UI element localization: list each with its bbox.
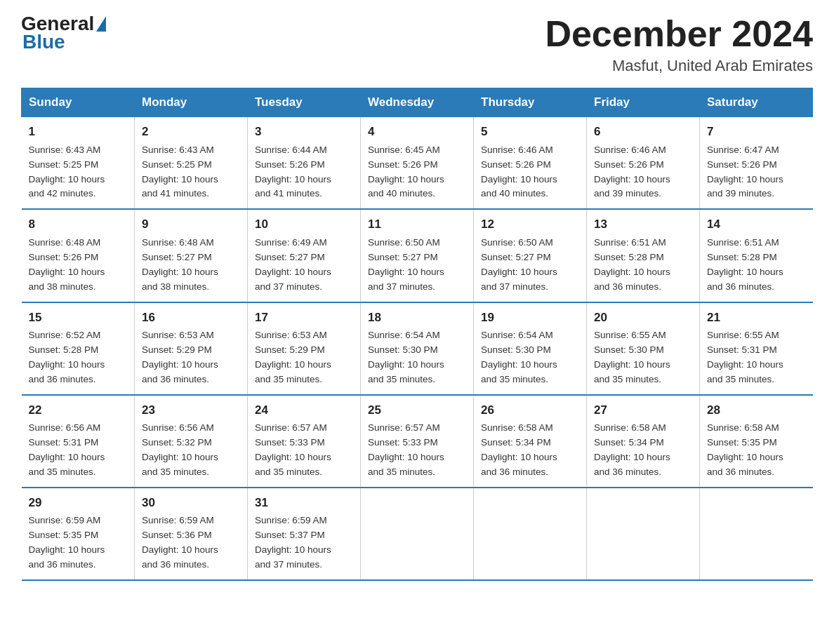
col-saturday: Saturday <box>700 88 813 117</box>
day-info: Sunrise: 6:45 AM Sunset: 5:26 PM Dayligh… <box>368 143 466 202</box>
page-header: General Blue December 2024 Masfut, Unite… <box>21 14 813 75</box>
day-number: 5 <box>481 123 579 141</box>
cell-week2-day3: 11Sunrise: 6:50 AM Sunset: 5:27 PM Dayli… <box>361 209 474 302</box>
logo: General Blue <box>21 14 106 53</box>
day-info: Sunrise: 6:58 AM Sunset: 5:35 PM Dayligh… <box>707 421 806 480</box>
cell-week3-day4: 19Sunrise: 6:54 AM Sunset: 5:30 PM Dayli… <box>474 302 587 395</box>
day-info: Sunrise: 6:54 AM Sunset: 5:30 PM Dayligh… <box>481 328 579 387</box>
cell-week1-day1: 2Sunrise: 6:43 AM Sunset: 5:25 PM Daylig… <box>135 117 248 210</box>
day-info: Sunrise: 6:51 AM Sunset: 5:28 PM Dayligh… <box>594 236 692 295</box>
cell-week2-day2: 10Sunrise: 6:49 AM Sunset: 5:27 PM Dayli… <box>248 209 361 302</box>
day-info: Sunrise: 6:50 AM Sunset: 5:27 PM Dayligh… <box>368 236 466 295</box>
day-number: 21 <box>707 309 806 327</box>
location-title: Masfut, United Arab Emirates <box>545 57 813 75</box>
day-number: 2 <box>142 123 240 141</box>
day-number: 29 <box>29 494 128 512</box>
day-info: Sunrise: 6:50 AM Sunset: 5:27 PM Dayligh… <box>481 236 579 295</box>
day-number: 18 <box>368 309 466 327</box>
day-info: Sunrise: 6:46 AM Sunset: 5:26 PM Dayligh… <box>594 143 692 202</box>
calendar-table: Sunday Monday Tuesday Wednesday Thursday… <box>21 88 813 581</box>
week-row-3: 15Sunrise: 6:52 AM Sunset: 5:28 PM Dayli… <box>22 302 813 395</box>
week-row-2: 8Sunrise: 6:48 AM Sunset: 5:26 PM Daylig… <box>22 209 813 302</box>
cell-week4-day0: 22Sunrise: 6:56 AM Sunset: 5:31 PM Dayli… <box>22 395 135 488</box>
cell-week2-day5: 13Sunrise: 6:51 AM Sunset: 5:28 PM Dayli… <box>587 209 700 302</box>
day-info: Sunrise: 6:58 AM Sunset: 5:34 PM Dayligh… <box>481 421 579 480</box>
day-number: 16 <box>142 309 240 327</box>
cell-week5-day3 <box>361 488 474 580</box>
col-tuesday: Tuesday <box>248 88 361 117</box>
col-wednesday: Wednesday <box>361 88 474 117</box>
cell-week4-day3: 25Sunrise: 6:57 AM Sunset: 5:33 PM Dayli… <box>361 395 474 488</box>
cell-week5-day4 <box>474 488 587 580</box>
week-row-1: 1Sunrise: 6:43 AM Sunset: 5:25 PM Daylig… <box>22 117 813 210</box>
cell-week1-day0: 1Sunrise: 6:43 AM Sunset: 5:25 PM Daylig… <box>22 117 135 210</box>
col-thursday: Thursday <box>474 88 587 117</box>
day-number: 30 <box>142 494 240 512</box>
cell-week2-day6: 14Sunrise: 6:51 AM Sunset: 5:28 PM Dayli… <box>700 209 813 302</box>
day-info: Sunrise: 6:51 AM Sunset: 5:28 PM Dayligh… <box>707 236 806 295</box>
calendar-body: 1Sunrise: 6:43 AM Sunset: 5:25 PM Daylig… <box>22 117 813 580</box>
day-number: 3 <box>255 123 353 141</box>
day-info: Sunrise: 6:57 AM Sunset: 5:33 PM Dayligh… <box>368 421 466 480</box>
cell-week3-day3: 18Sunrise: 6:54 AM Sunset: 5:30 PM Dayli… <box>361 302 474 395</box>
cell-week5-day0: 29Sunrise: 6:59 AM Sunset: 5:35 PM Dayli… <box>22 488 135 580</box>
day-info: Sunrise: 6:59 AM Sunset: 5:37 PM Dayligh… <box>255 514 353 572</box>
day-number: 9 <box>142 215 240 234</box>
day-number: 22 <box>29 401 128 420</box>
week-row-5: 29Sunrise: 6:59 AM Sunset: 5:35 PM Dayli… <box>22 488 813 580</box>
cell-week3-day5: 20Sunrise: 6:55 AM Sunset: 5:30 PM Dayli… <box>587 302 700 395</box>
day-info: Sunrise: 6:55 AM Sunset: 5:30 PM Dayligh… <box>594 328 692 387</box>
day-info: Sunrise: 6:43 AM Sunset: 5:25 PM Dayligh… <box>29 143 128 202</box>
cell-week1-day3: 4Sunrise: 6:45 AM Sunset: 5:26 PM Daylig… <box>361 117 474 210</box>
day-info: Sunrise: 6:53 AM Sunset: 5:29 PM Dayligh… <box>255 328 353 387</box>
day-info: Sunrise: 6:52 AM Sunset: 5:28 PM Dayligh… <box>29 328 128 387</box>
cell-week1-day6: 7Sunrise: 6:47 AM Sunset: 5:26 PM Daylig… <box>700 117 813 210</box>
col-friday: Friday <box>587 88 700 117</box>
cell-week4-day6: 28Sunrise: 6:58 AM Sunset: 5:35 PM Dayli… <box>700 395 813 488</box>
col-sunday: Sunday <box>22 88 135 117</box>
cell-week1-day4: 5Sunrise: 6:46 AM Sunset: 5:26 PM Daylig… <box>474 117 587 210</box>
cell-week4-day5: 27Sunrise: 6:58 AM Sunset: 5:34 PM Dayli… <box>587 395 700 488</box>
day-info: Sunrise: 6:44 AM Sunset: 5:26 PM Dayligh… <box>255 143 353 202</box>
day-number: 25 <box>368 401 466 420</box>
day-number: 14 <box>707 215 806 234</box>
day-number: 4 <box>368 123 466 141</box>
day-info: Sunrise: 6:59 AM Sunset: 5:36 PM Dayligh… <box>142 514 240 572</box>
cell-week5-day2: 31Sunrise: 6:59 AM Sunset: 5:37 PM Dayli… <box>248 488 361 580</box>
day-number: 6 <box>594 123 692 141</box>
day-number: 13 <box>594 215 692 234</box>
day-number: 11 <box>368 215 466 234</box>
day-number: 19 <box>481 309 579 327</box>
day-number: 31 <box>255 494 353 512</box>
day-info: Sunrise: 6:47 AM Sunset: 5:26 PM Dayligh… <box>707 143 806 202</box>
day-info: Sunrise: 6:59 AM Sunset: 5:35 PM Dayligh… <box>29 514 128 572</box>
day-number: 20 <box>594 309 692 327</box>
day-number: 17 <box>255 309 353 327</box>
cell-week3-day6: 21Sunrise: 6:55 AM Sunset: 5:31 PM Dayli… <box>700 302 813 395</box>
day-number: 28 <box>707 401 806 420</box>
cell-week5-day1: 30Sunrise: 6:59 AM Sunset: 5:36 PM Dayli… <box>135 488 248 580</box>
cell-week5-day6 <box>700 488 813 580</box>
day-number: 12 <box>481 215 579 234</box>
day-info: Sunrise: 6:48 AM Sunset: 5:27 PM Dayligh… <box>142 236 240 295</box>
cell-week1-day5: 6Sunrise: 6:46 AM Sunset: 5:26 PM Daylig… <box>587 117 700 210</box>
day-number: 15 <box>29 309 128 327</box>
title-block: December 2024 Masfut, United Arab Emirat… <box>545 14 813 75</box>
day-number: 27 <box>594 401 692 420</box>
week-row-4: 22Sunrise: 6:56 AM Sunset: 5:31 PM Dayli… <box>22 395 813 488</box>
month-title: December 2024 <box>545 14 813 54</box>
col-monday: Monday <box>135 88 248 117</box>
day-number: 24 <box>255 401 353 420</box>
day-info: Sunrise: 6:56 AM Sunset: 5:32 PM Dayligh… <box>142 421 240 480</box>
logo-blue-text: Blue <box>21 31 65 53</box>
day-info: Sunrise: 6:56 AM Sunset: 5:31 PM Dayligh… <box>29 421 128 480</box>
cell-week4-day4: 26Sunrise: 6:58 AM Sunset: 5:34 PM Dayli… <box>474 395 587 488</box>
day-info: Sunrise: 6:43 AM Sunset: 5:25 PM Dayligh… <box>142 143 240 202</box>
cell-week2-day0: 8Sunrise: 6:48 AM Sunset: 5:26 PM Daylig… <box>22 209 135 302</box>
cell-week4-day1: 23Sunrise: 6:56 AM Sunset: 5:32 PM Dayli… <box>135 395 248 488</box>
cell-week5-day5 <box>587 488 700 580</box>
day-number: 8 <box>29 215 128 234</box>
logo-triangle-icon <box>96 16 106 32</box>
day-info: Sunrise: 6:46 AM Sunset: 5:26 PM Dayligh… <box>481 143 579 202</box>
cell-week2-day4: 12Sunrise: 6:50 AM Sunset: 5:27 PM Dayli… <box>474 209 587 302</box>
